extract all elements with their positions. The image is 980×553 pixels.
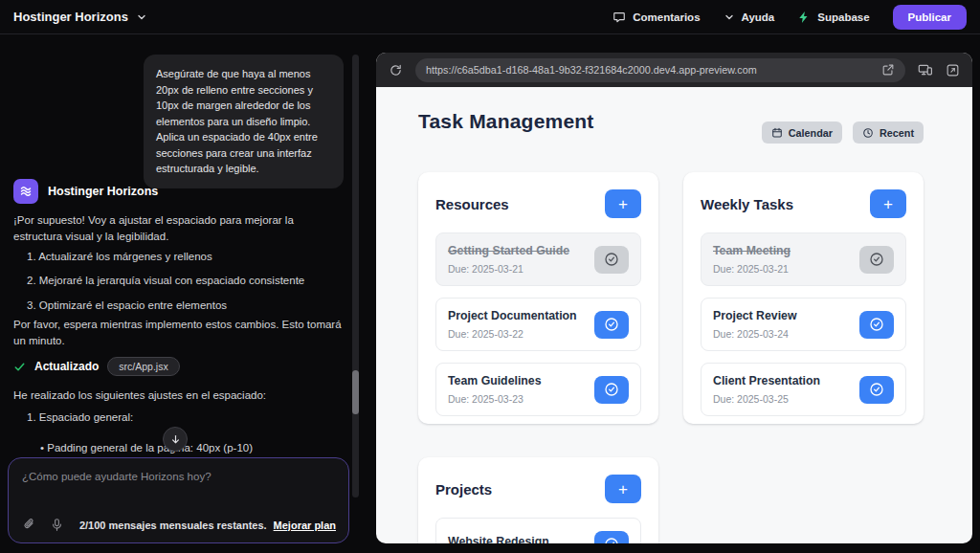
toggle-complete-button[interactable] [859,376,894,404]
assistant-name: Hostinger Horizons [48,185,158,198]
arrow-down-icon [169,433,182,446]
assistant-summary-intro: He realizado los siguientes ajustes en e… [13,387,343,404]
comments-button[interactable]: Comentarios [612,11,700,24]
open-external-icon[interactable] [881,63,895,77]
chat-scrollbar-thumb[interactable] [352,370,359,414]
assistant-wait-text: Por favor, espera mientras implemento es… [13,317,343,350]
toggle-complete-button[interactable] [594,246,629,274]
task-title: Project Review [713,309,796,322]
page-title: Task Management [418,110,594,133]
supabase-button[interactable]: Supabase [797,11,869,24]
task-due: Due: 2025-03-24 [713,328,796,340]
calendar-icon [771,127,783,139]
file-chip[interactable]: src/App.jsx [107,357,179,376]
assistant-summary-bullet: • Padding general de la página: 40px (p-… [40,440,337,456]
assistant-step: 2. Mejoraré la jerarquía visual con espa… [27,273,343,289]
app-preview-panel: https://c6a5dba1-d168-48a1-9b32-f321684c… [376,53,972,543]
chat-input-placeholder: ¿Cómo puede ayudarte Horizons hoy? [22,471,335,482]
recent-button[interactable]: Recent [853,122,924,144]
add-item-button[interactable]: + [605,189,641,218]
chat-scrollbar-track [352,55,359,498]
url-bar[interactable]: https://c6a5dba1-d168-48a1-9b32-f321684c… [415,58,905,82]
status-label: Actualizado [34,360,99,373]
task-row: Team Meeting Due: 2025-03-21 [701,232,906,286]
task-due: Due: 2025-03-21 [713,263,791,275]
task-due: Due: 2025-03-25 [713,393,820,405]
task-due: Due: 2025-03-22 [448,328,577,340]
task-row: Client Presentation Due: 2025-03-25 [701,363,906,416]
horizons-logo-icon [13,179,38,204]
check-circle-icon [869,317,884,332]
task-row: Getting Started Guide Due: 2025-03-21 [435,232,641,286]
help-menu[interactable]: Ayuda [724,11,775,23]
task-row: Project Review Due: 2025-03-24 [701,298,906,351]
chevron-down-icon [724,11,735,23]
task-title: Website Redesign [448,535,549,543]
upgrade-plan-link[interactable]: Mejorar plan [274,520,336,531]
chat-input-toolbar: 2/100 mensajes mensuales restantes. Mejo… [22,518,336,532]
publish-button[interactable]: Publicar [893,5,967,30]
calendar-label: Calendar [789,127,833,139]
url-text: https://c6a5dba1-d168-48a1-9b32-f321684c… [426,64,874,76]
supabase-bolt-icon [797,11,811,24]
toggle-complete-button[interactable] [594,531,629,544]
check-circle-icon [869,382,884,397]
chat-input[interactable]: ¿Cómo puede ayudarte Horizons hoy? 2/100… [8,457,349,543]
task-title: Client Presentation [713,374,820,387]
add-item-button[interactable]: + [870,189,906,218]
view-toggle-buttons: Calendar Recent [762,122,924,144]
assistant-step: 3. Optimizaré el espacio entre elementos [27,298,343,314]
top-bar: Hostinger Horizons Comentarios Ayuda Sup… [0,0,980,34]
toggle-complete-button[interactable] [594,376,629,404]
refresh-icon[interactable] [389,63,403,77]
toggle-complete-button[interactable] [594,311,629,339]
task-title: Project Documentation [448,309,577,322]
comment-icon [612,11,626,24]
clock-icon [862,127,874,139]
user-message: Asegúrate de que haya al menos 20px de r… [144,55,344,188]
card-title: Projects [435,481,492,498]
task-row: Team Guidelines Due: 2025-03-23 [435,363,641,416]
card-resources: Resources + Getting Started Guide Due: 2… [418,172,658,424]
task-due: Due: 2025-03-23 [448,393,542,405]
user-message-text-2: Aplica un espaciado de 40px entre seccio… [156,129,331,177]
chevron-down-icon [136,11,147,23]
quota-text: 2/100 mensajes mensuales restantes. [79,520,267,531]
assistant-header: Hostinger Horizons [13,179,158,204]
update-status-row: Actualizado src/App.jsx [13,357,180,376]
preview-page: Task Management Calendar Recent Resource… [376,87,972,543]
card-title: Resources [435,196,509,212]
assistant-steps: 1. Actualizaré los márgenes y rellenos 2… [27,249,343,321]
recent-label: Recent [880,127,914,139]
expand-icon[interactable] [946,63,960,77]
task-title: Team Meeting [713,244,791,257]
task-row: Project Documentation Due: 2025-03-22 [435,298,641,351]
scroll-to-bottom-button[interactable] [163,427,188,452]
card-title: Weekly Tasks [701,196,793,212]
toggle-complete-button[interactable] [859,246,894,274]
card-projects: Projects + Website Redesign [418,457,658,543]
preview-browser-bar: https://c6a5dba1-d168-48a1-9b32-f321684c… [376,53,972,87]
toggle-complete-button[interactable] [859,311,894,339]
help-label: Ayuda [742,11,775,23]
microphone-icon[interactable] [50,518,64,532]
chat-panel: Asegúrate de que haya al menos 20px de r… [0,34,364,553]
comments-label: Comentarios [633,11,700,23]
check-circle-icon [604,252,619,267]
assistant-step: 1. Actualizaré los márgenes y rellenos [27,249,343,265]
supabase-label: Supabase [817,11,869,23]
assistant-summary-section: 1. Espaciado general: [27,409,356,426]
workspace-menu[interactable]: Hostinger Horizons [13,10,147,24]
check-circle-icon [604,382,619,397]
task-title: Team Guidelines [448,374,542,387]
user-message-text-1: Asegúrate de que haya al menos 20px de r… [156,66,331,129]
task-row: Website Redesign [435,518,641,543]
check-icon [13,361,26,373]
add-item-button[interactable]: + [605,475,641,503]
attachment-icon[interactable] [22,518,36,532]
calendar-button[interactable]: Calendar [762,122,842,144]
check-circle-icon [869,252,884,267]
topbar-actions: Comentarios Ayuda Supabase Publicar [612,5,967,30]
devices-icon[interactable] [918,62,933,77]
task-title: Getting Started Guide [448,244,569,257]
